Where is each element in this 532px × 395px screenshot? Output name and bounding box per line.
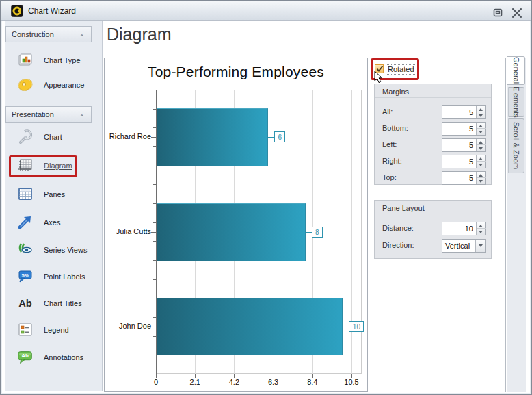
triangle-down-icon xyxy=(479,147,483,150)
spin-up-button[interactable] xyxy=(477,139,486,145)
wrench-icon xyxy=(16,128,34,146)
section-label: Presentation xyxy=(12,110,54,118)
spinner-buttons xyxy=(476,123,485,135)
spinner-buttons xyxy=(476,139,485,151)
margin-right-spinner[interactable]: 5 xyxy=(442,155,486,168)
y-major-tick xyxy=(151,232,156,233)
sidebar-item-legend[interactable]: Legend xyxy=(7,321,94,339)
sidebar-item-series-views[interactable]: Series Views xyxy=(7,241,94,259)
sidebar-item-chart-titles[interactable]: Ab Chart Titles xyxy=(7,294,94,312)
margin-top-spinner[interactable]: 5 xyxy=(442,171,486,185)
category-label: Julia Cutts xyxy=(105,227,151,235)
highlight-box-diagram xyxy=(9,155,77,177)
sidebar-item-label: Panes xyxy=(44,190,65,199)
sidebar-item-label: Chart xyxy=(44,133,62,141)
field-label: All: xyxy=(382,107,393,116)
pane-layout-group: Pane Layout Distance: 10 Direction: Vert… xyxy=(374,200,492,259)
spin-down-button[interactable] xyxy=(477,145,486,151)
field-label: Direction: xyxy=(382,241,414,249)
distance-spinner[interactable]: 10 xyxy=(442,222,486,235)
triangle-up-icon xyxy=(479,108,483,111)
sidebar-item-appearance[interactable]: Appearance xyxy=(7,76,94,94)
margins-group: Margins All: 5 Bottom: 5 Lef xyxy=(374,84,492,185)
tab-scroll-zoom[interactable]: Scroll & Zoom xyxy=(508,118,524,173)
group-separator xyxy=(375,214,491,214)
y-major-tick xyxy=(151,137,156,138)
spin-up-button[interactable] xyxy=(477,123,486,129)
sidebar-item-panes[interactable]: Panes xyxy=(7,186,94,203)
spinner-value[interactable]: 5 xyxy=(442,123,476,135)
section-header-presentation[interactable]: Presentation ⌃ xyxy=(5,106,92,123)
triangle-down-icon xyxy=(479,114,483,117)
svg-text:Ab: Ab xyxy=(21,353,29,359)
field-label: Top: xyxy=(382,173,397,181)
section-header-construction[interactable]: Construction ⌃ xyxy=(5,26,92,42)
margin-bottom-spinner[interactable]: 5 xyxy=(442,122,486,136)
sidebar-item-chart[interactable]: Chart xyxy=(7,128,94,146)
axes-arrow-icon xyxy=(16,214,34,231)
sidebar-item-point-labels[interactable]: 5% Point Labels xyxy=(7,268,94,285)
x-major-tick xyxy=(351,374,352,378)
window-title: Chart Wizard xyxy=(28,6,76,16)
spinner-value[interactable]: 5 xyxy=(442,139,476,151)
spinner-value[interactable]: 5 xyxy=(442,155,476,168)
series-views-icon xyxy=(16,241,34,259)
group-separator xyxy=(375,97,491,98)
restore-button-icon[interactable] xyxy=(492,8,503,18)
close-button-icon[interactable] xyxy=(511,8,522,18)
spin-down-button[interactable] xyxy=(477,178,486,184)
x-tick-label: 4.2 xyxy=(220,378,248,386)
spinner-buttons xyxy=(476,222,485,235)
page-title: Diagram xyxy=(107,25,171,44)
heading-separator xyxy=(104,49,525,49)
x-minor-tick xyxy=(293,374,293,377)
spin-down-button[interactable] xyxy=(477,112,486,118)
category-label: Richard Roe xyxy=(105,132,151,140)
spinner-value[interactable]: 5 xyxy=(442,106,476,118)
sidebar-item-label: Appearance xyxy=(44,81,84,89)
spin-up-button[interactable] xyxy=(477,106,486,112)
margin-all-spinner[interactable]: 5 xyxy=(442,105,486,119)
point-label: 8 xyxy=(312,227,323,238)
x-tick-label: 8.4 xyxy=(299,378,326,386)
legend-icon xyxy=(16,321,34,339)
sidebar-item-chart-type[interactable]: Chart Type xyxy=(7,51,94,69)
triangle-down-icon xyxy=(479,164,483,166)
tab-elements[interactable]: Elements xyxy=(508,87,524,117)
sidebar-item-label: Point Labels xyxy=(44,272,85,281)
triangle-up-icon xyxy=(479,225,483,227)
sidebar-item-axes[interactable]: Axes xyxy=(7,214,94,231)
bar xyxy=(157,203,306,261)
bar xyxy=(157,108,268,166)
x-major-tick xyxy=(274,374,274,378)
spin-down-button[interactable] xyxy=(477,229,486,235)
x-tick-label: 6.3 xyxy=(260,378,287,386)
chart-title: Top-Performing Employees xyxy=(105,64,367,80)
x-tick-label: 10.5 xyxy=(338,378,365,386)
app-icon xyxy=(11,5,23,17)
spinner-value[interactable]: 5 xyxy=(442,172,476,184)
spinner-value[interactable]: 10 xyxy=(442,222,476,235)
triangle-down-icon xyxy=(479,231,483,233)
spin-down-button[interactable] xyxy=(477,162,486,168)
point-label-connector xyxy=(306,232,312,233)
tab-general[interactable]: General xyxy=(507,56,525,85)
spin-up-button[interactable] xyxy=(477,222,486,229)
margins-group-title: Margins xyxy=(382,88,409,96)
tab-label: Scroll & Zoom xyxy=(512,122,520,169)
margin-row-all: All: 5 xyxy=(375,105,491,119)
spin-down-button[interactable] xyxy=(477,129,486,135)
point-label-connector xyxy=(343,327,349,327)
triangle-up-icon xyxy=(479,141,483,144)
dropdown-button[interactable] xyxy=(475,240,485,252)
triangle-up-icon xyxy=(479,157,483,160)
direction-dropdown[interactable]: Vertical xyxy=(442,239,486,253)
spin-up-button[interactable] xyxy=(477,155,486,162)
y-axis-line xyxy=(156,90,157,374)
sidebar-item-annotations[interactable]: Ab Annotations xyxy=(7,348,94,366)
spin-up-button[interactable] xyxy=(477,172,486,178)
triangle-up-icon xyxy=(479,174,483,177)
tab-label: General xyxy=(512,57,520,84)
panes-icon xyxy=(16,186,34,203)
margin-left-spinner[interactable]: 5 xyxy=(442,138,486,152)
